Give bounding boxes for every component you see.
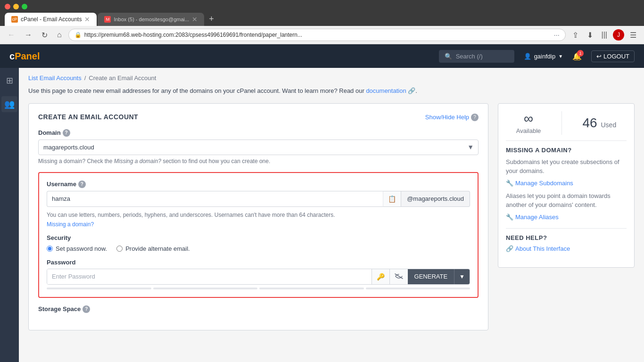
username-input[interactable] (47, 191, 383, 207)
browser-toolbar: ← → ↻ ⌂ 🔒 https://premium68.web-hosting.… (0, 26, 644, 44)
breadcrumb-separator: / (84, 74, 86, 82)
password-strength-bars (47, 288, 470, 289)
menu-button[interactable]: ☰ (627, 30, 639, 41)
logout-icon: ↩ (596, 53, 602, 60)
maximize-traffic-light[interactable] (22, 4, 27, 9)
domain-label: Domain ? (38, 129, 479, 137)
cpanel-logo: cPanel (9, 51, 40, 62)
radio-set-password[interactable]: Set password now. (47, 245, 107, 252)
notification-bell[interactable]: 🔔 1 (572, 52, 582, 61)
infinity-icon: ∞ (524, 111, 533, 126)
storage-label: Storage Space ? (38, 305, 479, 313)
external-link-icon-2: 🔗 (506, 245, 513, 252)
user-dropdown-icon[interactable]: ▼ (558, 54, 563, 59)
domain-group: Domain ? magareports.cloud ▼ Missing a d… (38, 129, 479, 165)
password-group: Password 🔑 GENERATE ▼ (47, 259, 470, 289)
tab-cpanel-close[interactable]: ✕ (84, 16, 90, 23)
download-button[interactable]: ⬇ (584, 30, 596, 41)
back-button[interactable]: ← (5, 30, 18, 40)
external-link-icon: 🔗 (408, 87, 415, 94)
username-display: gainfdip (534, 53, 556, 60)
radio-set-password-input[interactable] (47, 246, 53, 252)
search-icon: 🔍 (445, 53, 452, 60)
manage-aliases-link[interactable]: 🔧 Manage Aliases (506, 214, 627, 221)
minimize-traffic-light[interactable] (13, 4, 19, 9)
need-help-section: NEED HELP? 🔗 About This Interface (506, 234, 627, 252)
form-panel: CREATE AN EMAIL ACCOUNT Show/Hide Help ?… (28, 103, 488, 330)
password-label: Password (47, 259, 470, 266)
main-content: List Email Accounts / Create an Email Ac… (19, 68, 644, 362)
sidebar: ⊞ 👥 (0, 68, 19, 362)
reload-button[interactable]: ↻ (39, 30, 50, 41)
tab-cpanel[interactable]: cP cPanel - Email Accounts ✕ (5, 13, 97, 26)
password-key-button[interactable]: 🔑 (372, 269, 389, 284)
password-visibility-button[interactable] (389, 269, 408, 284)
profile-button[interactable]: J (613, 29, 624, 41)
sidebar-grid-icon[interactable]: ⊞ (3, 73, 16, 89)
stats-row: ∞ Available 46 Used (506, 111, 627, 135)
radio-alternate-email[interactable]: Provide alternate email. (116, 245, 190, 252)
page-desc-suffix: . (415, 87, 417, 94)
username-domain-suffix: @magareports.cloud (401, 191, 470, 207)
domain-select[interactable]: magareports.cloud (38, 140, 479, 155)
generate-dropdown-button[interactable]: ▼ (454, 269, 470, 284)
username-missing-domain-link[interactable]: Missing a domain? (47, 221, 470, 228)
about-interface-link[interactable]: 🔗 About This Interface (506, 245, 627, 252)
security-label: Security (47, 234, 470, 241)
radio-group: Set password now. Provide alternate emai… (47, 245, 470, 252)
manage-subdomains-link[interactable]: 🔧 Manage Subdomains (506, 180, 627, 187)
new-tab-button[interactable]: + (205, 12, 218, 26)
bookmarks-button[interactable]: ||| (599, 30, 610, 40)
security-group: Security Set password now. Provide alter… (47, 234, 470, 252)
username-copy-button[interactable]: 📋 (383, 191, 401, 207)
logout-button[interactable]: ↩ LOGOUT (591, 50, 635, 62)
username-label: Username ? (47, 181, 470, 188)
missing-domain-title: MISSING A DOMAIN? (506, 147, 627, 154)
more-options-icon[interactable]: ··· (554, 31, 560, 39)
breadcrumb: List Email Accounts / Create an Email Ac… (28, 74, 635, 82)
username-input-wrap: 📋 @magareports.cloud (47, 191, 470, 207)
close-traffic-light[interactable] (5, 4, 10, 9)
available-stat: ∞ Available (516, 111, 541, 134)
user-menu[interactable]: 👤 gainfdip ▼ (524, 53, 563, 60)
strength-bar-1 (47, 288, 151, 289)
wrench-icon-2: 🔧 (506, 214, 513, 221)
stats-card: ∞ Available 46 Used (498, 103, 635, 268)
address-bar[interactable]: 🔒 https://premium68.web-hosting.com:2083… (68, 29, 566, 41)
content-layout: CREATE AN EMAIL ACCOUNT Show/Hide Help ?… (28, 103, 635, 330)
page-desc-text: Use this page to create new email addres… (28, 87, 364, 94)
stats-divider (506, 140, 627, 141)
strength-bar-2 (153, 288, 258, 289)
extensions-button[interactable]: ⇪ (570, 30, 581, 41)
tab-gmail[interactable]: M Inbox (5) - demositesgo@gmai... ✕ (98, 13, 204, 26)
header-search[interactable]: 🔍 (439, 50, 514, 63)
traffic-lights (5, 4, 639, 9)
radio-alternate-email-input[interactable] (116, 246, 123, 252)
show-hide-help-link[interactable]: Show/Hide Help ? (425, 114, 479, 121)
home-button[interactable]: ⌂ (54, 30, 65, 40)
app-body: ⊞ 👥 List Email Accounts / Create an Emai… (0, 68, 644, 362)
search-input[interactable] (456, 53, 503, 60)
page-description: Use this page to create new email addres… (28, 86, 635, 96)
documentation-link[interactable]: documentation (366, 87, 406, 94)
gmail-tab-favicon: M (104, 16, 111, 23)
browser-actions: ⇪ ⬇ ||| J ☰ (570, 29, 639, 41)
tab-gmail-close[interactable]: ✕ (192, 16, 198, 23)
missing-domain-text2: Aliases let you point a domain towards a… (506, 191, 627, 210)
username-help-icon[interactable]: ? (78, 181, 86, 188)
generate-button[interactable]: GENERATE (408, 269, 454, 284)
user-icon: 👤 (524, 53, 531, 60)
forward-button[interactable]: → (22, 30, 35, 40)
sidebar-users-icon[interactable]: 👥 (1, 96, 17, 112)
storage-space-group: Storage Space ? (38, 305, 479, 313)
cpanel-tab-favicon: cP (11, 16, 18, 23)
available-value: ∞ (516, 111, 541, 126)
storage-help-icon[interactable]: ? (83, 305, 90, 313)
domain-help-icon[interactable]: ? (63, 129, 70, 137)
available-label: Available (516, 127, 541, 134)
form-title: CREATE AN EMAIL ACCOUNT (38, 113, 138, 121)
browser-tabs: cP cPanel - Email Accounts ✕ M Inbox (5)… (5, 12, 639, 26)
password-input[interactable] (47, 269, 372, 284)
breadcrumb-current: Create an Email Account (89, 74, 156, 82)
breadcrumb-parent-link[interactable]: List Email Accounts (28, 74, 82, 82)
